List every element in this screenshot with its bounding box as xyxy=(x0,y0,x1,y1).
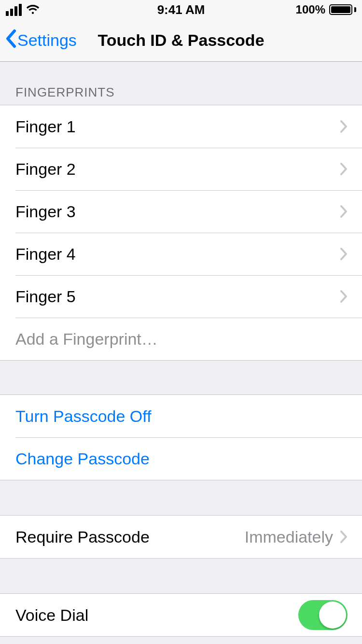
section-header-fingerprints: FINGERPRINTS xyxy=(0,62,362,105)
change-passcode-label: Change Passcode xyxy=(15,449,150,468)
voice-dial-row: Voice Dial xyxy=(0,594,362,636)
passcode-actions: Turn Passcode Off Change Passcode xyxy=(0,394,362,480)
voice-dial-footer-note: Music Voice Control is always enabled. xyxy=(0,637,362,644)
section-gap xyxy=(0,361,362,394)
cellular-signal-icon xyxy=(6,4,22,16)
fingerprint-row-4[interactable]: Finger 4 xyxy=(0,233,362,275)
turn-passcode-off-label: Turn Passcode Off xyxy=(15,407,152,426)
fingerprint-row-1[interactable]: Finger 1 xyxy=(0,105,362,148)
fingerprint-row-3[interactable]: Finger 3 xyxy=(0,190,362,233)
chevron-left-icon xyxy=(5,29,16,52)
status-right: 100% xyxy=(296,3,356,16)
battery-percent: 100% xyxy=(296,3,325,16)
section-gap xyxy=(0,559,362,593)
chevron-right-icon xyxy=(340,120,348,133)
status-bar: 9:41 AM 100% xyxy=(0,0,362,19)
page-title: Touch ID & Passcode xyxy=(97,31,264,50)
fingerprint-row-5[interactable]: Finger 5 xyxy=(0,275,362,318)
chevron-right-icon xyxy=(340,290,348,303)
voice-dial-toggle[interactable] xyxy=(298,600,348,630)
fingerprint-label: Finger 5 xyxy=(15,287,76,306)
fingerprint-row-2[interactable]: Finger 2 xyxy=(0,148,362,190)
chevron-right-icon xyxy=(340,205,348,218)
fingerprint-label: Finger 4 xyxy=(15,245,76,264)
voice-dial-label: Voice Dial xyxy=(15,606,88,625)
voice-dial-group: Voice Dial xyxy=(0,593,362,637)
wifi-icon xyxy=(26,4,40,15)
add-fingerprint-row[interactable]: Add a Fingerprint… xyxy=(0,318,362,360)
chevron-right-icon xyxy=(340,247,348,261)
require-passcode-label: Require Passcode xyxy=(15,528,150,546)
status-left xyxy=(6,4,40,16)
chevron-right-icon xyxy=(340,530,348,544)
content: FINGERPRINTS Finger 1 Finger 2 Finger 3 … xyxy=(0,62,362,644)
turn-passcode-off-row[interactable]: Turn Passcode Off xyxy=(0,395,362,437)
navigation-bar: Settings Touch ID & Passcode xyxy=(0,19,362,62)
toggle-knob xyxy=(319,602,346,629)
status-time: 9:41 AM xyxy=(157,2,205,17)
fingerprint-label: Finger 1 xyxy=(15,117,76,136)
battery-icon xyxy=(329,4,356,15)
back-label: Settings xyxy=(17,31,77,50)
add-fingerprint-label: Add a Fingerprint… xyxy=(15,330,158,349)
back-button[interactable]: Settings xyxy=(5,29,77,52)
require-passcode-value: Immediately xyxy=(245,528,333,546)
chevron-right-icon xyxy=(340,162,348,176)
fingerprint-label: Finger 3 xyxy=(15,202,76,221)
require-passcode-row[interactable]: Require Passcode Immediately xyxy=(0,516,362,558)
fingerprint-label: Finger 2 xyxy=(15,160,76,179)
section-gap xyxy=(0,480,362,515)
change-passcode-row[interactable]: Change Passcode xyxy=(0,437,362,480)
require-passcode-group: Require Passcode Immediately xyxy=(0,515,362,559)
fingerprints-list: Finger 1 Finger 2 Finger 3 Finger 4 Fing… xyxy=(0,105,362,361)
